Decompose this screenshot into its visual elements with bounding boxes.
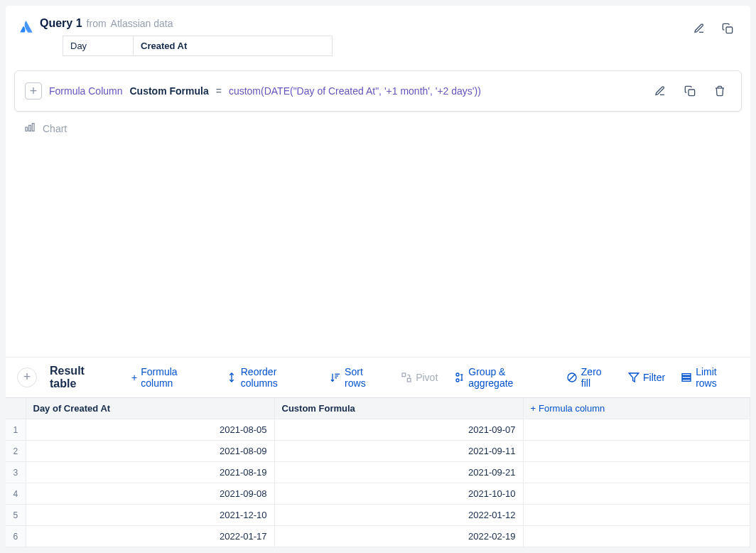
column-header-day[interactable]: Day of Created At (26, 398, 274, 419)
cell-empty (523, 483, 750, 505)
table-row[interactable]: 22021-08-092021-09-11 (6, 441, 750, 462)
formula-column-button[interactable]: + Formula column (131, 366, 210, 389)
edit-query-button[interactable] (688, 17, 711, 40)
pivot-button: Pivot (401, 372, 438, 383)
cell-empty (523, 505, 750, 526)
cell-day[interactable]: 2021-09-08 (26, 483, 274, 505)
cell-day[interactable]: 2021-12-10 (26, 505, 274, 526)
cell-day[interactable]: 2021-08-05 (26, 419, 274, 441)
group-icon (453, 372, 465, 383)
filter-icon (628, 372, 639, 383)
zero-fill-label: Zero fill (581, 366, 612, 389)
filter-label: Filter (643, 372, 665, 383)
limit-label: Limit rows (696, 366, 739, 389)
reorder-label: Reorder columns (241, 366, 314, 389)
group-aggregate-button[interactable]: Group & aggregate (453, 366, 551, 389)
query-title[interactable]: Query 1 (40, 17, 82, 30)
table-row[interactable]: 12021-08-052021-09-07 (6, 419, 750, 441)
query-metric-field[interactable]: Created At (134, 36, 333, 56)
zero-fill-icon (566, 372, 578, 383)
zero-fill-button[interactable]: Zero fill (566, 366, 612, 389)
svg-point-7 (456, 373, 459, 376)
filter-button[interactable]: Filter (628, 372, 665, 383)
delete-formula-button[interactable] (708, 80, 731, 102)
result-header: + Result table + Formula column Reorder … (6, 357, 750, 397)
formula-name[interactable]: Custom Formula (129, 85, 208, 97)
query-dimension-field[interactable]: Day (63, 36, 134, 56)
formula-equals: = (216, 85, 222, 97)
row-number: 6 (6, 526, 26, 547)
sort-label: Sort rows (345, 366, 385, 389)
row-number: 4 (6, 483, 26, 505)
chart-label: Chart (43, 123, 67, 134)
svg-line-10 (569, 375, 575, 380)
reorder-icon (226, 372, 237, 383)
result-table: Day of Created At Custom Formula + Formu… (6, 397, 750, 548)
limit-rows-button[interactable]: Limit rows (681, 366, 739, 389)
row-number-header (6, 398, 26, 419)
row-number: 1 (6, 419, 26, 441)
cell-formula[interactable]: 2022-02-19 (274, 526, 523, 547)
atlassian-logo-icon (17, 18, 34, 36)
column-header-formula[interactable]: Custom Formula (274, 398, 523, 419)
group-label: Group & aggregate (468, 366, 551, 389)
cell-empty (523, 441, 750, 462)
cell-formula[interactable]: 2021-09-07 (274, 419, 523, 441)
table-row[interactable]: 62022-01-172022-02-19 (6, 526, 750, 547)
add-result-button[interactable]: + (17, 367, 37, 387)
formula-column-label: Formula Column (49, 85, 122, 97)
add-formula-column-header[interactable]: + Formula column (523, 398, 750, 419)
cell-formula[interactable]: 2021-09-21 (274, 462, 523, 483)
row-number: 3 (6, 462, 26, 483)
cell-formula[interactable]: 2022-01-12 (274, 505, 523, 526)
formula-column-btn-label: Formula column (141, 366, 210, 389)
plus-icon: + (131, 372, 137, 383)
svg-rect-1 (688, 90, 695, 96)
reorder-columns-button[interactable]: Reorder columns (226, 366, 314, 389)
row-number: 5 (6, 505, 26, 526)
cell-empty (523, 419, 750, 441)
svg-point-8 (456, 379, 459, 382)
limit-icon (681, 372, 692, 383)
query-from-label: from (87, 18, 107, 29)
plus-icon: + (531, 403, 536, 414)
chart-row[interactable]: Chart (6, 112, 750, 145)
table-row[interactable]: 42021-09-082021-10-10 (6, 483, 750, 505)
cell-formula[interactable]: 2021-09-11 (274, 441, 523, 462)
svg-rect-3 (29, 125, 31, 131)
table-row[interactable]: 32021-08-192021-09-21 (6, 462, 750, 483)
svg-rect-12 (682, 376, 691, 378)
query-header: Query 1 from Atlassian data Day Created … (6, 6, 750, 56)
pivot-icon (401, 372, 412, 383)
cell-empty (523, 462, 750, 483)
sort-icon (330, 372, 341, 383)
svg-rect-5 (402, 373, 406, 377)
bar-chart-icon (24, 122, 36, 135)
formula-column-card: + Formula Column Custom Formula = custom… (14, 70, 742, 112)
cell-formula[interactable]: 2021-10-10 (274, 483, 523, 505)
cell-day[interactable]: 2021-08-19 (26, 462, 274, 483)
cell-day[interactable]: 2022-01-17 (26, 526, 274, 547)
svg-rect-11 (682, 373, 691, 375)
cell-empty (523, 526, 750, 547)
svg-rect-4 (32, 124, 34, 131)
chart-canvas (6, 145, 750, 357)
copy-formula-button[interactable] (679, 80, 701, 102)
cell-day[interactable]: 2021-08-09 (26, 441, 274, 462)
svg-rect-0 (726, 27, 733, 33)
query-source[interactable]: Atlassian data (111, 18, 173, 29)
result-title: Result table (50, 365, 113, 390)
add-step-button[interactable]: + (25, 82, 42, 100)
add-col-label: Formula column (539, 403, 605, 414)
svg-rect-2 (26, 127, 28, 131)
edit-formula-button[interactable] (649, 80, 671, 102)
svg-rect-13 (682, 379, 691, 381)
table-row[interactable]: 52021-12-102022-01-12 (6, 505, 750, 526)
formula-expression[interactable]: custom(DATE("Day of Created At", '+1 mon… (229, 85, 481, 97)
copy-query-button[interactable] (716, 17, 739, 40)
pivot-label: Pivot (416, 372, 438, 383)
row-number: 2 (6, 441, 26, 462)
sort-rows-button[interactable]: Sort rows (330, 366, 385, 389)
svg-rect-6 (408, 378, 411, 382)
